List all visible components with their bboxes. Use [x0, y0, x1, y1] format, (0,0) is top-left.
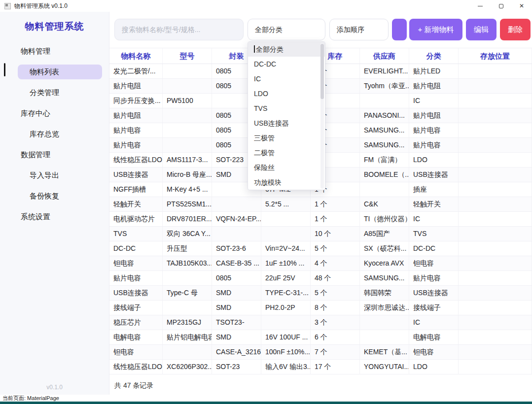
dropdown-option[interactable]: 二极管 — [248, 145, 325, 160]
table-cell: 稳压芯片 — [109, 315, 163, 330]
table-cell — [163, 271, 212, 285]
column-header[interactable]: 供应商 — [360, 48, 409, 64]
table-cell: YONGYUTAI... — [360, 360, 409, 374]
table-cell: TSOT23- — [212, 315, 261, 330]
table-cell: USB连接器 — [109, 168, 163, 182]
sidebar-item-import-export[interactable]: 导入导出 — [0, 165, 109, 186]
table-cell: 钽电容 — [109, 256, 163, 270]
table-cell: TVS — [409, 227, 459, 241]
table-cell: 5 个 — [311, 241, 360, 256]
table-cell: C&K — [360, 197, 409, 211]
table-cell — [459, 153, 532, 167]
table-row[interactable]: 轻触开关PTS525SM1...5.2*5 ...1 个C&K轻触开关 — [109, 197, 532, 212]
dropdown-option[interactable]: TVS — [248, 101, 325, 116]
sidebar-item-data-management[interactable]: 数据管理 — [0, 144, 109, 165]
table-cell: XC6206P302... — [163, 360, 212, 374]
table-cell: AMS1117-3... — [163, 153, 212, 167]
table-row[interactable]: DC-DC升压型SOT-23-6Vin=2V~24...5 个SX（硕芯科...… — [109, 241, 532, 256]
table-row[interactable]: 稳压芯片MP2315GJTSOT23-3 个IC — [109, 315, 532, 330]
table-row[interactable]: 线性稳压器LDOXC6206P302...SOT-23输入6V 输出3...17… — [109, 360, 532, 374]
table-cell: Tyohm（幸亚... — [360, 79, 409, 93]
table-cell — [261, 227, 311, 241]
dropdown-option[interactable]: 三极管 — [248, 131, 325, 145]
table-cell: Micro-B 母座... — [163, 168, 212, 182]
maximize-button[interactable] — [491, 0, 511, 12]
table-cell: PW5100 — [163, 94, 212, 108]
column-header[interactable]: 分类 — [409, 48, 459, 64]
column-header[interactable]: 存放位置 — [459, 48, 532, 64]
table-cell — [163, 79, 212, 93]
sidebar-item-inventory-center[interactable]: 库存中心 — [0, 103, 109, 124]
minimize-button[interactable] — [470, 0, 491, 12]
dropdown-scrollbar-thumb[interactable] — [320, 44, 324, 99]
add-material-button[interactable]: + 新增物料 — [409, 19, 462, 40]
table-cell: CASE-A_3216 — [212, 345, 261, 359]
table-cell: 输入6V 输出3... — [261, 360, 311, 374]
table-cell: 电机驱动芯片 — [109, 212, 163, 226]
column-header[interactable]: 物料名称 — [109, 48, 163, 64]
table-cell: 3 个 — [311, 315, 360, 330]
sidebar-item-system-settings[interactable]: 系统设置 — [0, 206, 109, 227]
version-label: v0.1.0 — [0, 384, 109, 391]
table-cell: 贴片电容 — [109, 138, 163, 152]
table-cell — [459, 241, 532, 256]
sidebar-item-material-management[interactable]: 物料管理 — [0, 41, 109, 62]
app-icon — [4, 3, 11, 9]
table-row[interactable]: 电机驱动芯片DRV8701ER...VQFN-24-EP...1 个TI（德州仪… — [109, 212, 532, 227]
sidebar-item-material-list[interactable]: 物料列表 — [18, 65, 102, 79]
table-cell — [459, 197, 532, 211]
sidebar-item-backup-restore[interactable]: 备份恢复 — [0, 186, 109, 206]
minimize-icon — [478, 6, 483, 6]
table-cell: SMD — [212, 286, 261, 300]
dropdown-option[interactable]: USB连接器 — [248, 116, 325, 131]
dropdown-option[interactable]: 功放模块 — [248, 175, 325, 190]
sort-order-select[interactable]: 添加顺序 — [329, 19, 389, 40]
table-row[interactable]: 钽电容TAJB105K03...CASE-B-35 ...1uF ±10% ..… — [109, 256, 532, 271]
edit-button[interactable]: 编辑 — [466, 19, 497, 40]
category-dropdown: 全部分类DC-DCICLDOTVSUSB连接器三极管二极管保险丝功放模块 — [248, 41, 325, 190]
table-row[interactable]: 贴片电容080522uF 25V48 个SAMSUNG...贴片电容 — [109, 271, 532, 286]
sort-direction-button[interactable] — [392, 19, 407, 40]
table-cell: 贴片LED — [409, 64, 459, 78]
dropdown-option-label: 三极管 — [254, 134, 275, 142]
dropdown-option[interactable]: DC-DC — [248, 57, 325, 71]
table-cell — [459, 138, 532, 152]
dropdown-option[interactable]: 保险丝 — [248, 160, 325, 175]
table-cell: 贴片电阻 — [409, 79, 459, 93]
dropdown-option[interactable]: LDO — [248, 86, 325, 101]
dropdown-option-label: USB连接器 — [254, 119, 289, 127]
table-cell: 双向 36CA Y... — [163, 227, 212, 241]
table-cell: SAMSUNG... — [360, 271, 409, 285]
titlebar: 物料管理系统 v0.1.0 ✕ — [0, 0, 532, 12]
table-cell — [212, 227, 261, 241]
dropdown-option[interactable]: 全部分类 — [248, 42, 325, 57]
table-cell — [459, 301, 532, 315]
table-cell: 48 个 — [311, 271, 360, 285]
sidebar-item-inventory-overview[interactable]: 库存总览 — [0, 124, 109, 144]
delete-button[interactable]: 删除 — [500, 19, 531, 40]
table-cell: 线性稳压器LDO — [109, 360, 163, 374]
table-cell: DC-DC — [409, 241, 459, 256]
category-filter-select[interactable]: 全部分类 — [248, 19, 325, 40]
table-row[interactable]: USB连接器Type-C 母SMDTYPE-C-31-...5 个韩国韩荣USB… — [109, 286, 532, 301]
table-cell: 0805 — [212, 271, 261, 285]
dropdown-scrollbar[interactable] — [320, 43, 324, 189]
search-input[interactable] — [114, 19, 244, 40]
table-row[interactable]: 钽电容CASE-A_3216100nF ±10%...7 个KEMET（基...… — [109, 345, 532, 360]
search-field[interactable] — [115, 19, 243, 40]
table-cell: 1uF ±10% ... — [261, 256, 311, 270]
table-cell: 韩国韩荣 — [360, 286, 409, 300]
table-cell: 8 个 — [311, 301, 360, 315]
table-row[interactable]: 电解电容贴片铝电解电容SMD16V 100UF ...6 个电解电容 — [109, 330, 532, 345]
column-header[interactable]: 型号 — [163, 48, 212, 64]
table-cell: 5 个 — [311, 286, 360, 300]
close-button[interactable]: ✕ — [511, 0, 532, 12]
table-cell — [459, 79, 532, 93]
table-row[interactable]: TVS双向 36CA Y...10 个A85国产TVS — [109, 227, 532, 241]
dropdown-option[interactable]: IC — [248, 71, 325, 86]
table-row[interactable]: 接线端子SMDPH2.0-2P8 个深圳市思诚达...接线端子 — [109, 301, 532, 315]
table-cell: USB连接器 — [409, 168, 459, 182]
sidebar-item-category-management[interactable]: 分类管理 — [0, 82, 109, 103]
table-cell: SAMSUNG... — [360, 123, 409, 137]
table-cell: LDO — [409, 360, 459, 374]
